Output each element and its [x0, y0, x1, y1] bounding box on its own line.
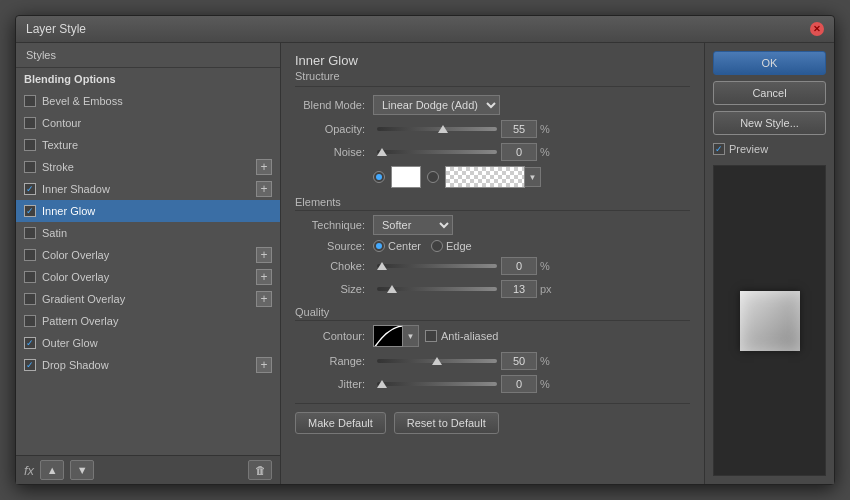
jitter-thumb[interactable] [377, 380, 387, 388]
opacity-thumb[interactable] [438, 125, 448, 133]
jitter-slider[interactable] [377, 382, 497, 386]
noise-slider[interactable] [377, 150, 497, 154]
preview-box [713, 165, 826, 476]
color-overlay-2-add-button[interactable]: + [256, 269, 272, 285]
opacity-row: Opacity: % [295, 120, 690, 138]
inner-shadow-checkbox[interactable] [24, 183, 36, 195]
technique-select[interactable]: Softer Precise [373, 215, 453, 235]
blend-mode-select[interactable]: Linear Dodge (Add) Normal Screen Overlay [373, 95, 500, 115]
gradient-overlay-add-button[interactable]: + [256, 291, 272, 307]
fx-label: fx [24, 463, 34, 478]
contour-preview[interactable] [373, 325, 403, 347]
range-row: Range: % [295, 352, 690, 370]
gradient-preview[interactable] [445, 166, 525, 188]
close-button[interactable]: ✕ [810, 22, 824, 36]
stroke-add-button[interactable]: + [256, 159, 272, 175]
source-edge-option[interactable]: Edge [431, 240, 472, 252]
source-edge-radio[interactable] [431, 240, 443, 252]
anti-aliased-label: Anti-aliased [441, 330, 498, 342]
middle-panel: Inner Glow Structure Blend Mode: Linear … [281, 43, 704, 484]
sidebar-item-color-overlay-1[interactable]: Color Overlay + [16, 244, 280, 266]
sidebar-item-stroke[interactable]: Stroke + [16, 156, 280, 178]
opacity-input[interactable] [501, 120, 537, 138]
gradient-dropdown-arrow[interactable]: ▼ [525, 167, 541, 187]
sidebar-item-bevel[interactable]: Bevel & Emboss [16, 90, 280, 112]
color-swatch[interactable] [391, 166, 421, 188]
quality-title: Quality [295, 306, 690, 321]
sidebar-item-outer-glow[interactable]: Outer Glow [16, 332, 280, 354]
choke-input[interactable] [501, 257, 537, 275]
bevel-checkbox[interactable] [24, 95, 36, 107]
cancel-button[interactable]: Cancel [713, 81, 826, 105]
gradient-overlay-checkbox[interactable] [24, 293, 36, 305]
choke-slider[interactable] [377, 264, 497, 268]
source-center-radio[interactable] [373, 240, 385, 252]
sidebar-item-inner-shadow[interactable]: Inner Shadow + [16, 178, 280, 200]
sidebar-item-gradient-overlay[interactable]: Gradient Overlay + [16, 288, 280, 310]
opacity-slider[interactable] [377, 127, 497, 131]
texture-checkbox[interactable] [24, 139, 36, 151]
size-slider[interactable] [377, 287, 497, 291]
move-down-button[interactable]: ▼ [70, 460, 94, 480]
anti-aliased-item[interactable]: Anti-aliased [425, 330, 498, 342]
satin-checkbox[interactable] [24, 227, 36, 239]
size-input[interactable] [501, 280, 537, 298]
gradient-radio[interactable] [427, 171, 439, 183]
color-radio[interactable] [373, 171, 385, 183]
anti-aliased-checkbox[interactable] [425, 330, 437, 342]
contour-checkbox[interactable] [24, 117, 36, 129]
contour-dropdown-arrow[interactable]: ▼ [403, 325, 419, 347]
color-overlay-1-add-button[interactable]: + [256, 247, 272, 263]
color-overlay-2-checkbox[interactable] [24, 271, 36, 283]
elements-title: Elements [295, 196, 690, 211]
action-buttons: Make Default Reset to Default [295, 403, 690, 434]
drop-shadow-checkbox[interactable] [24, 359, 36, 371]
source-label: Source: [295, 240, 365, 252]
sidebar-item-texture[interactable]: Texture [16, 134, 280, 156]
sidebar-item-blending[interactable]: Blending Options [16, 68, 280, 90]
blend-mode-label: Blend Mode: [295, 99, 365, 111]
sidebar-item-drop-shadow[interactable]: Drop Shadow + [16, 354, 280, 376]
range-slider[interactable] [377, 359, 497, 363]
jitter-row: Jitter: % [295, 375, 690, 393]
make-default-button[interactable]: Make Default [295, 412, 386, 434]
stroke-checkbox[interactable] [24, 161, 36, 173]
range-thumb[interactable] [432, 357, 442, 365]
pattern-overlay-checkbox[interactable] [24, 315, 36, 327]
jitter-input[interactable] [501, 375, 537, 393]
preview-checkbox[interactable] [713, 143, 725, 155]
sidebar-item-pattern-overlay[interactable]: Pattern Overlay [16, 310, 280, 332]
delete-button[interactable]: 🗑 [248, 460, 272, 480]
move-up-button[interactable]: ▲ [40, 460, 64, 480]
inner-glow-checkbox[interactable] [24, 205, 36, 217]
layer-list: Blending Options Bevel & Emboss Contour … [16, 68, 280, 455]
noise-unit: % [540, 146, 556, 158]
choke-unit: % [540, 260, 556, 272]
noise-thumb[interactable] [377, 148, 387, 156]
ok-button[interactable]: OK [713, 51, 826, 75]
drop-shadow-add-button[interactable]: + [256, 357, 272, 373]
satin-label: Satin [42, 227, 67, 239]
sidebar-item-satin[interactable]: Satin [16, 222, 280, 244]
noise-input[interactable] [501, 143, 537, 161]
sidebar-item-color-overlay-2[interactable]: Color Overlay + [16, 266, 280, 288]
choke-thumb[interactable] [377, 262, 387, 270]
reset-to-default-button[interactable]: Reset to Default [394, 412, 499, 434]
bevel-label: Bevel & Emboss [42, 95, 123, 107]
jitter-unit: % [540, 378, 556, 390]
size-unit: px [540, 283, 556, 295]
contour-curve-svg [374, 326, 403, 347]
color-overlay-1-checkbox[interactable] [24, 249, 36, 261]
sidebar-item-inner-glow[interactable]: Inner Glow [16, 200, 280, 222]
drop-shadow-label: Drop Shadow [42, 359, 109, 371]
gradient-dropdown[interactable]: ▼ [445, 166, 541, 188]
outer-glow-checkbox[interactable] [24, 337, 36, 349]
new-style-button[interactable]: New Style... [713, 111, 826, 135]
source-center-option[interactable]: Center [373, 240, 421, 252]
size-thumb[interactable] [387, 285, 397, 293]
inner-shadow-add-button[interactable]: + [256, 181, 272, 197]
stroke-label: Stroke [42, 161, 74, 173]
sidebar-item-contour[interactable]: Contour [16, 112, 280, 134]
outer-glow-label: Outer Glow [42, 337, 98, 349]
range-input[interactable] [501, 352, 537, 370]
